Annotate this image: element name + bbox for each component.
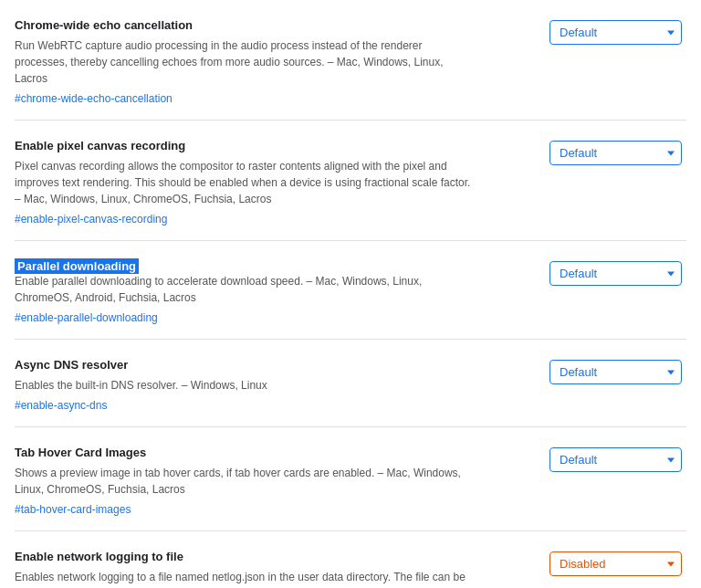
flag-control: DefaultEnabledDisabled: [549, 259, 686, 286]
flag-control: DefaultEnabledDisabled: [549, 358, 686, 384]
flag-dropdown-wrapper: DefaultEnabledDisabled: [549, 141, 682, 165]
flag-anchor-link[interactable]: #enable-parallel-downloading: [15, 311, 158, 324]
flag-content: Async DNS resolverEnables the built-in D…: [15, 358, 489, 412]
flag-anchor-link[interactable]: #tab-hover-card-images: [15, 503, 131, 516]
flag-content: Chrome-wide echo cancellationRun WebRTC …: [15, 18, 489, 105]
flag-description: Enables the built-in DNS resolver. – Win…: [15, 377, 471, 394]
flag-title: Parallel downloading: [15, 258, 139, 274]
flag-dropdown[interactable]: DefaultEnabledDisabled: [549, 261, 682, 286]
flags-list: Chrome-wide echo cancellationRun WebRTC …: [0, 0, 701, 588]
flag-dropdown-wrapper: DefaultEnabledDisabled: [549, 551, 682, 576]
flag-dropdown[interactable]: DefaultEnabledDisabled: [549, 447, 682, 472]
flag-item: Async DNS resolverEnables the built-in D…: [15, 340, 686, 427]
flag-dropdown[interactable]: DefaultEnabledDisabled: [549, 551, 682, 576]
flag-dropdown-wrapper: DefaultEnabledDisabled: [549, 261, 682, 286]
flag-control: DefaultEnabledDisabled: [549, 18, 686, 45]
flag-dropdown-wrapper: DefaultEnabledDisabled: [549, 360, 682, 384]
flag-title: Async DNS resolver: [15, 358, 471, 372]
flag-dropdown[interactable]: DefaultEnabledDisabled: [549, 360, 682, 384]
flag-content: Enable network logging to fileEnables ne…: [15, 550, 489, 588]
flag-anchor-link[interactable]: #enable-async-dns: [15, 399, 107, 412]
flag-title: Chrome-wide echo cancellation: [15, 18, 471, 32]
flag-control: DefaultEnabledDisabled: [549, 139, 686, 165]
flag-description: Pixel canvas recording allows the compos…: [15, 158, 471, 207]
flag-title: Enable network logging to file: [15, 550, 471, 563]
flag-item: Chrome-wide echo cancellationRun WebRTC …: [15, 0, 686, 121]
flag-dropdown[interactable]: DefaultEnabledDisabled: [549, 141, 682, 165]
flag-control: DefaultEnabledDisabled: [549, 550, 686, 576]
flag-dropdown-wrapper: DefaultEnabledDisabled: [549, 20, 682, 45]
flag-item: Tab Hover Card ImagesShows a preview ima…: [15, 427, 686, 531]
flag-item: Enable network logging to fileEnables ne…: [15, 531, 686, 588]
flag-description: Run WebRTC capture audio processing in t…: [15, 37, 471, 87]
flag-anchor-link[interactable]: #enable-pixel-canvas-recording: [15, 213, 167, 226]
flag-content: Parallel downloadingEnable parallel down…: [15, 259, 489, 324]
flag-description: Enables network logging to a file named …: [15, 569, 471, 588]
flag-content: Enable pixel canvas recordingPixel canva…: [15, 139, 489, 226]
flag-item: Enable pixel canvas recordingPixel canva…: [15, 121, 686, 241]
flag-dropdown[interactable]: DefaultEnabledDisabled: [549, 20, 682, 45]
flag-description: Enable parallel downloading to accelerat…: [15, 273, 471, 306]
flag-item: Parallel downloadingEnable parallel down…: [15, 241, 686, 340]
flag-control: DefaultEnabledDisabled: [549, 446, 686, 472]
flag-anchor-link[interactable]: #chrome-wide-echo-cancellation: [15, 92, 173, 105]
flag-dropdown-wrapper: DefaultEnabledDisabled: [549, 447, 682, 472]
flag-title: Enable pixel canvas recording: [15, 139, 471, 152]
flag-content: Tab Hover Card ImagesShows a preview ima…: [15, 446, 489, 516]
flag-title: Tab Hover Card Images: [15, 446, 471, 459]
flag-description: Shows a preview image in tab hover cards…: [15, 465, 471, 498]
